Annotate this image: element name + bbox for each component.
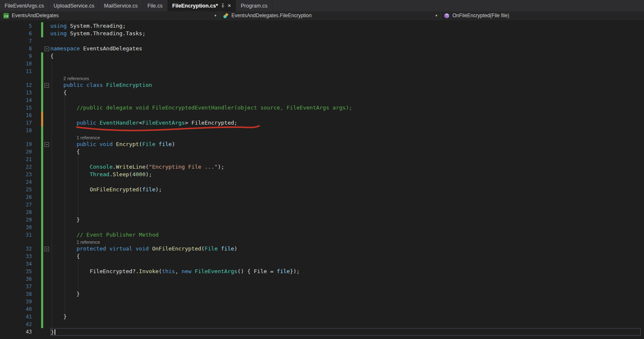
code-line[interactable]: 43}	[0, 328, 644, 336]
fold-toggle-icon[interactable]: −	[44, 47, 49, 51]
pin-icon[interactable]	[221, 3, 225, 8]
line-number: 25	[0, 186, 37, 193]
code-line[interactable]: 9{	[0, 52, 644, 60]
code-line[interactable]: 34	[0, 260, 644, 268]
line-number: 12	[0, 81, 37, 89]
line-number: 22	[0, 163, 37, 171]
line-number: 5	[0, 22, 37, 30]
line-number: 16	[0, 112, 37, 119]
tab-label: Program.cs	[241, 3, 267, 9]
text-caret	[55, 329, 55, 335]
indent-guide	[78, 260, 78, 290]
line-number: 15	[0, 104, 37, 112]
code-line[interactable]: 6using System.Threading.Tasks;	[0, 30, 644, 37]
code-line[interactable]: 10	[0, 60, 644, 68]
type-dropdown[interactable]: EventsAndDelegates.FileEncryption ▾	[219, 11, 440, 20]
code-line[interactable]: 21	[0, 156, 644, 163]
chevron-down-icon: ▾	[433, 13, 437, 18]
member-dropdown[interactable]: OnFileEncrypted(File file)	[440, 11, 644, 20]
fold-toggle-icon[interactable]: −	[44, 83, 49, 88]
code-line[interactable]: 17 public EventHandler<FileEventArgs> Fi…	[0, 119, 644, 127]
code-line[interactable]: 39	[0, 298, 644, 305]
tab-file[interactable]: File.cs	[143, 0, 168, 11]
code-line[interactable]: 28	[0, 209, 644, 216]
code-line[interactable]: 12− public class FileEncryption	[0, 81, 644, 89]
codelens-row: 1 reference	[0, 134, 644, 141]
code-line[interactable]: 35 FileEncrypted?.Invoke(this, new FileE…	[0, 268, 644, 275]
code-editor[interactable]: 5using System.Threading;6using System.Th…	[0, 20, 644, 339]
code-line[interactable]: 19− public void Encrypt(File file)	[0, 141, 644, 148]
tab-label: MailService.cs	[104, 3, 138, 9]
line-number: 43	[0, 328, 37, 336]
project-dropdown[interactable]: C# EventsAndDelegates ▾	[0, 11, 219, 20]
code-line[interactable]: 38 }	[0, 290, 644, 298]
line-number: 20	[0, 148, 37, 156]
line-number: 37	[0, 283, 37, 290]
line-number: 40	[0, 305, 37, 313]
code-line[interactable]: 29 }	[0, 216, 644, 224]
code-line[interactable]: 25 OnFileEncrypted(file);	[0, 186, 644, 193]
code-line[interactable]: 15 //public delegate void FileEncryptedE…	[0, 104, 644, 112]
code-line[interactable]: 27	[0, 201, 644, 209]
code-line[interactable]: 18	[0, 127, 644, 134]
line-number: 7	[0, 37, 37, 45]
tab-bar: FileEventArgs.cs UploadService.cs MailSe…	[0, 0, 644, 11]
close-icon[interactable]: ✕	[228, 4, 231, 8]
code-line[interactable]: 26	[0, 193, 644, 201]
tab-label: File.cs	[148, 3, 163, 9]
codelens-references[interactable]: 2 references	[63, 76, 89, 81]
method-icon	[444, 13, 450, 19]
line-number: 34	[0, 260, 37, 268]
code-line[interactable]: 37	[0, 283, 644, 290]
tab-uploadservice[interactable]: UploadService.cs	[49, 0, 99, 11]
class-icon	[223, 13, 229, 19]
line-number: 19	[0, 141, 37, 148]
code-line[interactable]: 22 Console.WriteLine("Encrypting File ..…	[0, 163, 644, 171]
indent-guide	[52, 60, 52, 328]
line-number: 26	[0, 193, 37, 201]
fold-toggle-icon[interactable]: −	[44, 247, 49, 251]
code-line[interactable]: 23 Thread.Sleep(4000);	[0, 171, 644, 178]
code-line[interactable]: 5using System.Threading;	[0, 22, 644, 30]
line-number: 41	[0, 313, 37, 321]
fold-toggle-icon[interactable]: −	[44, 142, 49, 147]
code-line[interactable]: 36	[0, 275, 644, 283]
code-line[interactable]: 24	[0, 178, 644, 186]
line-number: 30	[0, 224, 37, 231]
codelens-references[interactable]: 1 reference	[77, 240, 100, 245]
tab-mailservice[interactable]: MailService.cs	[99, 0, 143, 11]
line-number: 33	[0, 253, 37, 260]
indent-guide	[78, 156, 78, 216]
line-number: 9	[0, 52, 37, 60]
code-line[interactable]: 40	[0, 305, 644, 313]
code-line[interactable]: 11	[0, 68, 644, 75]
code-line[interactable]: 30	[0, 224, 644, 231]
code-line[interactable]: 13 {	[0, 89, 644, 96]
line-number: 6	[0, 30, 37, 37]
code-line[interactable]: 16	[0, 112, 644, 119]
line-number: 32	[0, 245, 37, 253]
code-line[interactable]: 33 {	[0, 253, 644, 260]
code-line[interactable]: 20 {	[0, 148, 644, 156]
member-name: OnFileEncrypted(File file)	[452, 13, 509, 18]
chevron-down-icon: ▾	[212, 13, 216, 18]
code-line[interactable]: 14	[0, 96, 644, 104]
csharp-project-icon: C#	[3, 13, 9, 19]
code-line[interactable]: 31 // Event Publisher Method	[0, 231, 644, 239]
code-line[interactable]: 7	[0, 37, 644, 45]
codelens-references[interactable]: 1 reference	[77, 135, 100, 140]
line-number: 29	[0, 216, 37, 224]
line-number: 10	[0, 60, 37, 68]
code-line[interactable]: 42	[0, 321, 644, 328]
line-number: 28	[0, 209, 37, 216]
tab-program[interactable]: Program.cs	[236, 0, 273, 11]
tab-fileeventargs[interactable]: FileEventArgs.cs	[0, 0, 49, 11]
code-line[interactable]: 8−namespace EventsAndDelegates	[0, 45, 644, 52]
tab-label: FileEncryption.cs*	[172, 3, 218, 9]
line-number: 36	[0, 275, 37, 283]
tab-label: UploadService.cs	[54, 3, 94, 9]
tab-fileencryption-active[interactable]: FileEncryption.cs* ✕	[168, 0, 236, 11]
code-line[interactable]: 41 }	[0, 313, 644, 321]
code-line[interactable]: 32− protected virtual void OnFileEncrypt…	[0, 245, 644, 253]
tab-label: FileEventArgs.cs	[5, 3, 44, 9]
